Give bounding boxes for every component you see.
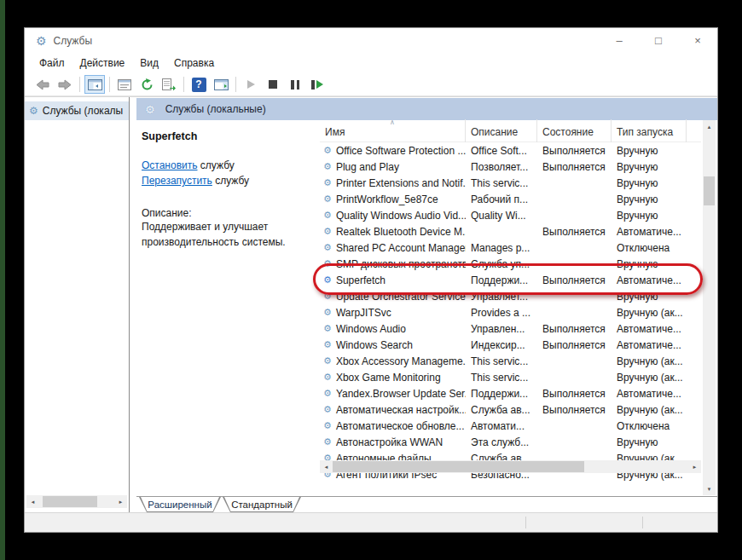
maximize-button[interactable]: □: [639, 28, 678, 53]
table-row[interactable]: ⚙Plug and Play Позволяет... Выполняется …: [320, 159, 701, 175]
scroll-up-icon[interactable]: ▲: [703, 120, 716, 133]
table-row[interactable]: ⚙WarpJITSvc Provides a ... Вручную (ак..…: [320, 304, 701, 320]
service-gear-icon: ⚙: [323, 307, 332, 318]
table-row[interactable]: ⚙Автоматическая настройк... Служба ав...…: [320, 401, 701, 418]
table-row[interactable]: ⚙Автонастройка WWAN Эта служб... Вручную: [320, 434, 701, 450]
help-button[interactable]: ?: [188, 75, 209, 94]
table-row[interactable]: ⚙SMP дисковых пространств... Служба уп..…: [320, 256, 701, 272]
table-row[interactable]: ⚙Автоматическое обновле... Автомати... О…: [320, 418, 701, 434]
menu-file[interactable]: Файл: [32, 57, 72, 69]
menu-view[interactable]: Вид: [132, 57, 166, 69]
service-description: Индексир...: [466, 339, 537, 351]
stop-service-button[interactable]: [263, 75, 283, 94]
toolbar-separator: [79, 77, 80, 92]
service-description: Служба уп...: [466, 258, 537, 270]
window-title: Службы: [54, 35, 92, 47]
show-action-pane-button[interactable]: [211, 75, 231, 94]
tab-extended[interactable]: Расширенный: [139, 497, 221, 512]
service-status: Выполняется: [537, 274, 612, 286]
table-row[interactable]: ⚙Printer Extensions and Notif... This se…: [320, 175, 701, 191]
service-status: Выполняется: [537, 226, 612, 238]
pause-service-button[interactable]: [285, 75, 305, 94]
column-header-name[interactable]: Имя: [320, 119, 466, 142]
service-gear-icon: ⚙: [323, 258, 332, 269]
tree-item-label: Службы (локалы: [43, 105, 123, 117]
service-name: Yandex.Browser Update Ser...: [336, 388, 466, 400]
refresh-button[interactable]: [136, 75, 157, 94]
column-header-startup-type[interactable]: Тип запуска: [612, 119, 687, 142]
title-bar: ⚙ Службы – □ ×: [25, 28, 717, 53]
table-row[interactable]: ⚙Xbox Game Monitoring This servic... Вру…: [320, 369, 701, 385]
column-header-status[interactable]: Состояние: [537, 119, 612, 142]
start-service-button[interactable]: [241, 75, 261, 94]
properties-button[interactable]: [114, 75, 135, 94]
column-header-description[interactable]: Описание: [466, 119, 537, 142]
table-row[interactable]: ⚙Shared PC Account Manager Manages p... …: [320, 240, 701, 256]
menu-action[interactable]: Действие: [72, 57, 133, 69]
service-description: This servic...: [466, 355, 537, 367]
tree-horizontal-scrollbar[interactable]: ◄ ►: [26, 495, 127, 508]
service-startup-type: Вручную: [612, 258, 687, 270]
toolbar-separator: [235, 77, 236, 92]
restart-service-button[interactable]: [307, 75, 328, 94]
scroll-left-icon[interactable]: ◄: [320, 460, 333, 473]
back-button[interactable]: [32, 75, 53, 94]
services-gear-icon: ⚙: [29, 105, 38, 117]
service-startup-type: Отключена: [612, 420, 687, 432]
tree-item-services-local[interactable]: ⚙ Службы (локалы: [25, 101, 129, 120]
service-startup-type: Вручную: [612, 291, 687, 303]
service-startup-type: Вручную: [612, 193, 687, 205]
service-startup-type: Вручную: [612, 436, 687, 448]
content-area: ⚙ Службы (локалы ◄ ► ⚙ Службы (локальные…: [25, 96, 717, 512]
scroll-right-icon[interactable]: ►: [114, 495, 127, 508]
table-vertical-scrollbar[interactable]: ▲ ▼: [703, 120, 716, 495]
service-name: WarpJITSvc: [336, 307, 391, 319]
forward-button[interactable]: [55, 75, 75, 94]
service-name: Xbox Game Monitoring: [336, 372, 441, 384]
table-row[interactable]: ⚙Yandex.Browser Update Ser... Поддержи..…: [320, 385, 701, 401]
stop-service-link[interactable]: Остановить: [142, 159, 198, 171]
service-gear-icon: ⚙: [323, 388, 332, 399]
table-horizontal-scrollbar[interactable]: ◄ ►: [320, 460, 701, 473]
table-row[interactable]: ⚙Windows Search Индексир... Выполняется …: [320, 337, 701, 353]
screen: ⚙ Службы – □ × Файл Действие Вид Справка: [0, 0, 742, 560]
scrollbar-thumb[interactable]: [704, 176, 715, 205]
table-row[interactable]: ⚙Office Software Protection ... Office S…: [320, 142, 701, 159]
service-description: Служба ав...: [466, 404, 537, 416]
scroll-right-icon[interactable]: ►: [688, 460, 701, 473]
service-description: Позволяет...: [466, 161, 537, 173]
table-row[interactable]: ⚙PrintWorkflow_5e87ce Рабочий п... Вручн…: [320, 191, 701, 207]
restart-service-line: Перезапустить службу: [142, 173, 313, 188]
panel-header: ⚙ Службы (локальные): [136, 98, 717, 120]
help-icon: ?: [192, 78, 206, 92]
service-gear-icon: ⚙: [323, 372, 332, 383]
service-description: Office Soft...: [466, 145, 537, 157]
service-name: Office Software Protection ...: [336, 145, 466, 157]
scrollbar-thumb[interactable]: [43, 496, 97, 507]
table-row[interactable]: ⚙Update Orchestrator Service Управляет..…: [320, 288, 701, 304]
status-bar-divider: [642, 517, 643, 528]
table-row[interactable]: ⚙Quality Windows Audio Vid... Quality Wi…: [320, 207, 701, 223]
menu-help[interactable]: Справка: [166, 57, 222, 69]
scroll-down-icon[interactable]: ▼: [703, 482, 716, 495]
service-description: Provides a ...: [466, 307, 537, 319]
services-window: ⚙ Службы – □ × Файл Действие Вид Справка: [24, 27, 718, 533]
play-icon: [247, 80, 255, 89]
toolbar-separator: [109, 77, 110, 92]
export-list-button[interactable]: [159, 75, 179, 94]
table-row[interactable]: ⚙Windows Audio Управлен... Выполняется А…: [320, 320, 701, 337]
close-button[interactable]: ×: [678, 28, 717, 53]
scroll-left-icon[interactable]: ◄: [26, 495, 39, 508]
minimize-button[interactable]: –: [600, 28, 639, 53]
service-description: Управляет...: [466, 291, 537, 303]
tab-standard[interactable]: Стандартный: [223, 497, 301, 512]
restart-service-link[interactable]: Перезапустить: [142, 175, 212, 187]
service-gear-icon: ⚙: [323, 161, 332, 172]
show-console-tree-button[interactable]: [84, 75, 105, 94]
table-row[interactable]: ⚙Xbox Accessory Manageme... This servic.…: [320, 353, 701, 369]
table-row[interactable]: ⚙Superfetch Поддержи... Выполняется Авто…: [320, 272, 701, 288]
table-row[interactable]: ⚙Realtek Bluetooth Device M... Выполняет…: [320, 223, 701, 240]
scrollbar-thumb[interactable]: [333, 461, 584, 472]
service-description: Manages p...: [466, 242, 537, 254]
service-name: Superfetch: [336, 274, 385, 286]
